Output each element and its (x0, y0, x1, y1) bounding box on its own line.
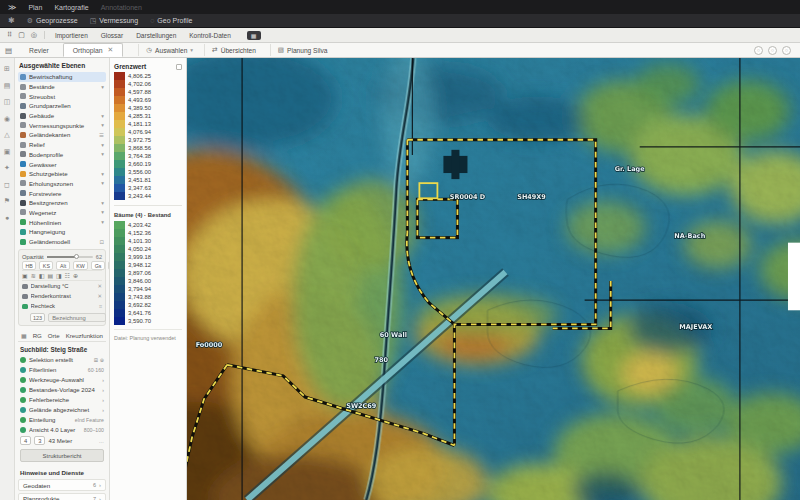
layer-item[interactable]: Geländekanten ☰ (18, 130, 106, 140)
strip-tool-icon[interactable]: ▣ (4, 148, 11, 155)
tab-action-button[interactable]: ◷ Auswahlen ▾ (138, 44, 200, 56)
designation-input[interactable] (48, 313, 106, 322)
strip-tool-icon[interactable]: ◻ (4, 181, 10, 188)
menu-item[interactable]: Kartografie (54, 4, 88, 11)
toolbar-dark-button[interactable]: ▦ (247, 31, 261, 40)
tool-icon[interactable]: ◨ (56, 272, 62, 279)
settings-icon[interactable]: ✱ (8, 16, 15, 25)
window-control-button[interactable]: ○ (754, 46, 763, 55)
search-result-item[interactable]: Filterlinien 60·160 (18, 365, 106, 375)
mini-button[interactable]: Alt (56, 261, 69, 270)
strip-tool-icon[interactable]: ⚑ (4, 197, 10, 204)
stepper-box-b[interactable]: 3 (34, 436, 45, 445)
mini-tab[interactable]: Orte (48, 332, 60, 339)
opacity-slider[interactable] (47, 256, 93, 258)
layer-item[interactable]: Höhenlinien ▾ (18, 217, 106, 227)
search-result-item[interactable]: Bestandes-Vorlage 2024 › (18, 385, 106, 395)
menu-item[interactable]: Annotationen (101, 4, 142, 11)
menu-item[interactable]: ◌ Geo Profile (150, 17, 192, 25)
toolbar-icon-button[interactable]: ▢ (18, 31, 25, 39)
layer-item[interactable]: Bewirtschaftung (18, 72, 106, 82)
layer-item[interactable]: Besitzgrenzen ▾ (18, 198, 106, 208)
tool-row-control[interactable]: ⌗ (99, 303, 102, 310)
more-icon[interactable]: … (99, 438, 104, 444)
service-row[interactable]: Geodaten 6 › (18, 479, 106, 491)
tool-icon[interactable]: ⊕ (73, 272, 78, 279)
tool-row-control[interactable]: ✕ (97, 293, 102, 299)
layer-control-icon[interactable]: ▾ (101, 142, 104, 148)
layer-control-icon[interactable]: ▾ (101, 180, 104, 186)
tab-revier[interactable]: Revier (20, 45, 58, 56)
toolbar-text-button[interactable]: Glossar (98, 31, 126, 40)
tool-row[interactable]: Darstellung °C ✕ (22, 281, 102, 291)
layer-control-icon[interactable]: ▾ (101, 171, 104, 177)
layer-item[interactable]: Schutzgebiete ▾ (18, 169, 106, 179)
strip-tool-icon[interactable]: ◫ (4, 98, 11, 105)
grid-icon[interactable]: ▦ (21, 332, 27, 339)
layer-control-icon[interactable]: ▾ (101, 84, 104, 90)
toolbar-icon-button[interactable]: ◎ (31, 31, 37, 39)
tool-row[interactable]: Rechteck ⌗ (22, 301, 102, 311)
mini-button[interactable]: KW (73, 261, 89, 270)
tool-icon[interactable]: ☷ (65, 272, 70, 279)
map-canvas[interactable]: SR0004 D SH49X9 Fo0000 60 Wall 780 SW2C6… (187, 58, 800, 500)
search-result-item[interactable]: Fehlerbereiche › (18, 395, 106, 405)
tab-close-icon[interactable]: ✕ (108, 46, 114, 54)
toolbar-icon-button[interactable]: ⠿ (7, 31, 12, 39)
mini-tab[interactable]: RG (33, 332, 42, 339)
layer-item[interactable]: Bestände ▾ (18, 82, 106, 92)
layer-item[interactable]: Geländemodell ⊡ (18, 237, 106, 247)
layer-item[interactable]: Relief ▾ (18, 140, 106, 150)
search-result-item[interactable]: Ansicht 4.0 Layer 800–100 (18, 425, 106, 435)
tool-icon[interactable]: ▣ (22, 272, 28, 279)
layer-control-icon[interactable]: ⊡ (99, 239, 104, 245)
search-result-item[interactable]: Selektion erstellt ⊞ ⊕ (18, 355, 106, 365)
menu-item[interactable]: ⚙ Geoprozesse (27, 17, 78, 25)
tool-row-control[interactable]: ✕ (97, 283, 102, 289)
window-control-button[interactable]: ○ (768, 46, 777, 55)
strip-tool-icon[interactable]: ▤ (4, 82, 11, 89)
layer-item[interactable]: Bodenprofile ▾ (18, 150, 106, 160)
map-viewport[interactable]: SR0004 D SH49X9 Fo0000 60 Wall 780 SW2C6… (187, 58, 800, 500)
stepper-box-a[interactable]: 4 (20, 436, 31, 445)
layer-control-icon[interactable]: ▾ (101, 219, 104, 225)
layer-item[interactable]: Gebäude ▾ (18, 111, 106, 121)
tool-row[interactable]: Renderkontrast ✕ (22, 291, 102, 301)
window-control-button[interactable]: ○ (782, 46, 791, 55)
layer-control-icon[interactable]: ▾ (101, 209, 104, 215)
tool-icon[interactable]: ◧ (39, 272, 45, 279)
mini-button[interactable]: KS (39, 261, 53, 270)
mini-button[interactable]: HB (22, 261, 36, 270)
layer-control-icon[interactable]: ▾ (101, 122, 104, 128)
layer-control-icon[interactable]: ▾ (101, 200, 104, 206)
layer-item[interactable]: Vermessungspunkte ▾ (18, 120, 106, 130)
strip-tool-icon[interactable]: △ (4, 131, 9, 138)
search-result-item[interactable]: Einteilung elnd Feature (18, 415, 106, 425)
layer-control-icon[interactable]: ☰ (99, 132, 104, 138)
mini-tab[interactable]: Kreuzfunktion (66, 332, 103, 339)
mini-button[interactable]: Gs (91, 261, 105, 270)
layer-control-icon[interactable]: ▾ (101, 113, 104, 119)
tool-icon[interactable]: ▤ (47, 272, 53, 279)
structure-report-button[interactable]: Strukturbericht (20, 449, 104, 462)
layer-item[interactable]: Hangneigung (18, 227, 106, 237)
tool-icon[interactable]: ≋ (31, 272, 36, 279)
layer-item[interactable]: Forstreviere (18, 188, 106, 198)
slider-knob[interactable] (74, 254, 79, 259)
tab-orthoplan-active[interactable]: Orthoplan ✕ (63, 43, 124, 57)
strip-tool-icon[interactable]: ◉ (4, 115, 10, 122)
legend-visibility-checkbox[interactable] (176, 64, 182, 70)
tab-action-button[interactable]: ⇄ Übersichten (204, 44, 266, 56)
layer-item[interactable]: Streuobst (18, 91, 106, 101)
toolbar-text-button[interactable]: Importieren (52, 31, 91, 40)
search-result-item[interactable]: Werkzeuge-Auswahl › (18, 375, 106, 385)
panel-toggle-icon[interactable]: ▤ (5, 46, 12, 55)
layer-item[interactable]: Erholungszonen ▾ (18, 179, 106, 189)
strip-tool-icon[interactable]: ✦ (4, 164, 10, 171)
layer-control-icon[interactable]: ▾ (101, 151, 104, 157)
menu-item[interactable]: Plan (28, 4, 42, 11)
layer-item[interactable]: Wegenetz ▾ (18, 208, 106, 218)
service-row[interactable]: Planprodukte 7 › (18, 493, 106, 500)
strip-tool-icon[interactable]: ● (5, 214, 9, 221)
tab-action-button[interactable]: ▧ Planung Silva (270, 44, 338, 56)
